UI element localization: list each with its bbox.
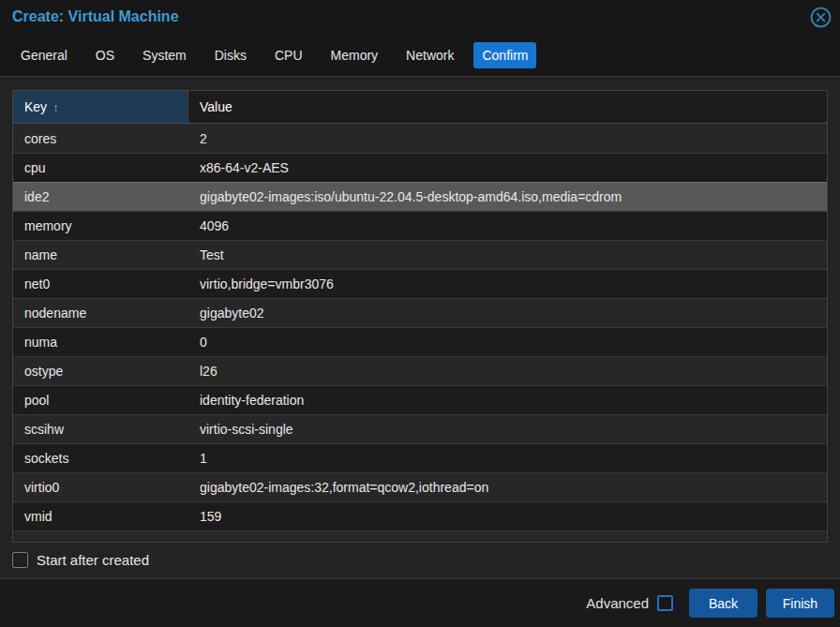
finish-button[interactable]: Finish xyxy=(766,589,834,618)
row-value: gigabyte02-images:32,format=qcow2,iothre… xyxy=(188,473,827,501)
tab-bar: GeneralOSSystemDisksCPUMemoryNetworkConf… xyxy=(0,34,840,77)
table-row[interactable]: ostypel26 xyxy=(13,356,827,385)
dialog-titlebar: Create: Virtual Machine xyxy=(0,0,840,34)
row-key: name xyxy=(13,241,188,269)
back-button[interactable]: Back xyxy=(689,589,758,618)
table-row[interactable]: virtio0gigabyte02-images:32,format=qcow2… xyxy=(13,472,827,501)
tab-general[interactable]: General xyxy=(12,42,76,68)
close-icon[interactable] xyxy=(809,6,832,29)
row-value: virtio-scsi-single xyxy=(188,415,827,443)
footer-toolbar: Advanced Back Finish xyxy=(0,578,840,627)
table-rows: cores2cpux86-64-v2-AESide2gigabyte02-ima… xyxy=(13,124,827,530)
row-key: scsihw xyxy=(13,415,188,443)
confirm-settings-table: Key ↑ Value cores2cpux86-64-v2-AESide2gi… xyxy=(12,90,828,543)
tab-cpu[interactable]: CPU xyxy=(266,42,311,68)
row-value: 0 xyxy=(188,328,827,356)
row-value: 1 xyxy=(188,444,827,472)
row-value: gigabyte02-images:iso/ubuntu-22.04.5-des… xyxy=(188,183,827,211)
table-row[interactable]: poolidentity-federation xyxy=(13,385,827,414)
row-key: nodename xyxy=(13,299,188,327)
column-header-key[interactable]: Key ↑ xyxy=(13,91,188,123)
table-row[interactable]: scsihwvirtio-scsi-single xyxy=(13,414,827,443)
row-key: numa xyxy=(13,328,188,356)
row-value: virtio,bridge=vmbr3076 xyxy=(188,270,827,298)
sort-ascending-icon: ↑ xyxy=(52,100,59,114)
table-empty-row xyxy=(13,530,827,542)
start-after-created-checkbox[interactable] xyxy=(12,552,28,568)
table-header-row: Key ↑ Value xyxy=(13,91,827,124)
row-value: 159 xyxy=(188,502,827,530)
dialog-title: Create: Virtual Machine xyxy=(12,8,179,25)
start-after-created-label: Start after created xyxy=(37,552,149,568)
row-key: sockets xyxy=(13,444,188,472)
row-key: ostype xyxy=(13,357,188,385)
column-header-value-label: Value xyxy=(200,99,232,114)
create-vm-dialog: Create: Virtual Machine GeneralOSSystemD… xyxy=(0,0,840,627)
table-row[interactable]: cores2 xyxy=(13,124,827,153)
row-value: identity-federation xyxy=(188,386,827,414)
row-value: x86-64-v2-AES xyxy=(188,154,827,182)
table-row[interactable]: net0virtio,bridge=vmbr3076 xyxy=(13,269,827,298)
column-header-value[interactable]: Value xyxy=(188,91,827,123)
table-row[interactable]: nodenamegigabyte02 xyxy=(13,298,827,327)
tab-system[interactable]: System xyxy=(134,42,195,68)
advanced-checkbox[interactable] xyxy=(657,595,673,611)
tab-memory[interactable]: Memory xyxy=(322,42,387,68)
table-row[interactable]: sockets1 xyxy=(13,443,827,472)
table-row[interactable]: nameTest xyxy=(13,240,827,269)
tab-disks[interactable]: Disks xyxy=(206,42,255,68)
table-row[interactable]: numa0 xyxy=(13,327,827,356)
advanced-label: Advanced xyxy=(586,595,649,611)
table-row[interactable]: ide2gigabyte02-images:iso/ubuntu-22.04.5… xyxy=(13,182,827,211)
row-key: virtio0 xyxy=(13,473,188,501)
tab-network[interactable]: Network xyxy=(398,42,462,68)
row-key: ide2 xyxy=(13,183,188,211)
column-header-key-label: Key xyxy=(24,99,47,114)
row-value: gigabyte02 xyxy=(188,299,827,327)
row-value: 2 xyxy=(188,124,827,153)
table-row[interactable]: memory4096 xyxy=(13,211,827,240)
row-key: net0 xyxy=(13,270,188,298)
table-row[interactable]: cpux86-64-v2-AES xyxy=(13,153,827,182)
tab-confirm[interactable]: Confirm xyxy=(473,42,536,68)
start-after-created-option[interactable]: Start after created xyxy=(12,552,828,568)
row-value: l26 xyxy=(188,357,827,385)
dialog-body: Key ↑ Value cores2cpux86-64-v2-AESide2gi… xyxy=(0,77,840,578)
row-value: Test xyxy=(188,241,827,269)
row-key: memory xyxy=(13,212,188,240)
row-key: cores xyxy=(13,124,188,153)
tab-os[interactable]: OS xyxy=(87,42,123,68)
row-key: pool xyxy=(13,386,188,414)
row-key: vmid xyxy=(13,502,188,530)
table-row[interactable]: vmid159 xyxy=(13,501,827,530)
row-value: 4096 xyxy=(188,212,827,240)
row-key: cpu xyxy=(13,154,188,182)
